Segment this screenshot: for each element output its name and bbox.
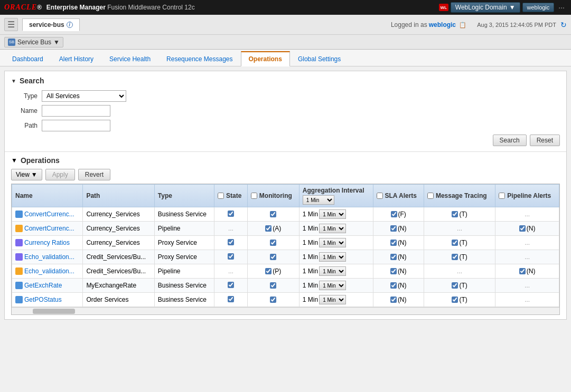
info-icon[interactable]: i [67,22,73,28]
operations-toggle[interactable]: ▼ [11,157,17,164]
revert-button[interactable]: Revert [78,169,110,180]
state-checkbox[interactable] [228,239,234,245]
pipeline-alerts-header-checkbox[interactable] [499,193,505,199]
service-name-link[interactable]: Echo_validation... [24,253,74,261]
service-name-link[interactable]: Currency Ratios [24,239,70,246]
agg-interval-select[interactable]: 1 Min [319,266,346,276]
nav-tab-service-health[interactable]: Service Health [101,52,158,66]
table-row: Echo_validation...Credit_Services/Bu...P… [12,250,559,264]
monitoring-checkbox[interactable] [270,254,276,260]
service-name-link[interactable]: Echo_validation... [24,267,74,275]
col-header-monitoring: Monitoring [247,185,299,207]
sla-header-checkbox[interactable] [377,193,383,199]
sla-checkbox[interactable] [390,282,397,289]
service-name-link[interactable]: ConvertCurrenc... [24,211,74,218]
type-row: Type All ServicesBusiness ServiceProxy S… [11,90,560,102]
msg-tracing-checkbox[interactable] [452,240,458,246]
state-checkbox[interactable] [228,253,234,260]
sla-checkbox[interactable] [390,225,397,232]
search-toggle[interactable]: ▼ [11,78,16,84]
monitoring-checkbox[interactable] [265,225,272,232]
scrollbar-thumb[interactable] [33,309,75,314]
service-monitoring: (A) [247,222,299,236]
dropdown-arrow-icon: ▼ [53,39,60,46]
path-input[interactable] [42,120,110,131]
type-select[interactable]: All ServicesBusiness ServiceProxy Servic… [42,90,126,102]
monitoring-header-checkbox[interactable] [251,193,257,199]
search-button[interactable]: Search [493,135,527,146]
reset-button[interactable]: Reset [530,135,560,146]
nav-tab-operations[interactable]: Operations [241,51,290,66]
name-row: Name [11,105,560,117]
nav-tab-dashboard[interactable]: Dashboard [4,52,51,66]
service-path: Credit_Services/Bu... [83,264,154,279]
pipeline-service-icon [15,225,23,232]
pipeline-alerts-checkbox[interactable] [519,225,526,232]
service-path: MyExchangeRate [83,279,154,293]
monitoring-checkbox[interactable] [270,211,276,217]
service-bus-menu-button[interactable]: SB Service Bus ▼ [4,37,63,47]
sla-checkbox[interactable] [391,211,397,217]
operations-table-body: ConvertCurrenc...Currency_ServicesBusine… [12,207,559,307]
agg-interval-select[interactable]: 1 Min [319,252,346,262]
agg-interval-select[interactable]: 1 Min [319,281,346,290]
weblogic-user-button[interactable]: weblogic [522,3,555,12]
refresh-button[interactable]: ↻ [560,21,567,29]
msg-tracing-header-checkbox[interactable] [427,193,434,199]
pipeline-service-icon [15,267,23,275]
agg-interval-select[interactable]: 1 Min [319,238,346,247]
col-header-name: Name [12,185,83,207]
weblogic-domain-button[interactable]: WebLogic Domain ▼ [451,2,520,13]
operations-table-wrapper[interactable]: Name Path Type State [12,184,559,307]
service-name-link[interactable]: ConvertCurrenc... [24,225,74,232]
service-name-link[interactable]: GetPOStatus [24,296,62,303]
service-agg-interval: 1 Min1 Min [299,264,373,279]
sla-checkbox[interactable] [390,254,397,260]
pipeline-alerts-checkbox[interactable] [519,268,526,274]
state-checkbox[interactable] [228,282,234,288]
table-header-row: Name Path Type State [12,185,559,207]
service-path: Order Services [83,293,154,307]
nav-tab-alert-history[interactable]: Alert History [51,52,101,66]
sla-checkbox[interactable] [390,297,397,303]
hamburger-menu[interactable]: ☰ [4,18,18,31]
service-name-link[interactable]: GetExchRate [24,282,62,289]
sla-checkbox[interactable] [390,268,397,274]
service-bus-tab[interactable]: service-bus i [22,18,80,31]
state-header-checkbox[interactable] [218,193,224,199]
agg-interval-header-select[interactable]: 1 Min [303,195,334,205]
sla-checkbox[interactable] [390,240,397,246]
monitoring-checkbox[interactable] [270,297,276,303]
name-label: Name [11,107,38,114]
name-input[interactable] [42,105,110,117]
table-row: GetPOStatusOrder ServicesBusiness Servic… [12,293,559,307]
col-header-agg-interval: Aggregation Interval 1 Min [299,185,373,207]
state-checkbox[interactable] [228,211,234,217]
agg-interval-select[interactable]: 1 Min [319,209,346,219]
monitoring-checkbox[interactable] [270,240,276,246]
service-bus-label: Service Bus [17,39,51,46]
service-type: Proxy Service [154,236,214,250]
msg-tracing-checkbox[interactable] [452,211,458,217]
nav-tab-global-settings[interactable]: Global Settings [290,52,349,66]
service-agg-interval: 1 Min1 Min [299,279,373,293]
state-checkbox[interactable] [228,296,234,302]
main-content: ▼ Search Type All ServicesBusiness Servi… [4,71,567,320]
service-agg-interval: 1 Min1 Min [299,207,373,222]
more-options-button[interactable]: ··· [556,3,567,12]
apply-button[interactable]: Apply [45,169,75,180]
agg-interval-select[interactable]: 1 Min [319,224,346,233]
view-button[interactable]: View ▼ [11,169,42,180]
service-state [214,279,247,293]
msg-tracing-checkbox[interactable] [452,282,458,289]
pipeline-alerts-ellipsis: ... [525,296,530,303]
msg-tracing-checkbox[interactable] [452,297,458,303]
nav-tab-resequence-messages[interactable]: Resequence Messages [158,52,240,66]
col-header-pipeline-alerts: Pipeline Alerts [495,185,559,207]
msg-tracing-checkbox[interactable] [452,254,458,260]
monitoring-checkbox[interactable] [265,268,272,274]
agg-interval-select[interactable]: 1 Min [319,295,346,304]
table-row: GetExchRateMyExchangeRateBusiness Servic… [12,279,559,293]
horizontal-scrollbar[interactable] [12,307,559,314]
monitoring-checkbox[interactable] [270,282,276,289]
